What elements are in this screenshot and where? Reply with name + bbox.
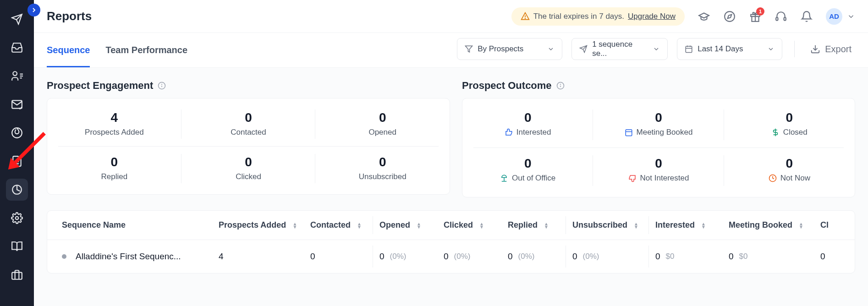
engagement-card: 4Prospects Added 0Contacted 0Opened 0Rep… bbox=[47, 98, 450, 195]
engagement-title: Prospect Engagement bbox=[47, 80, 450, 92]
support-icon[interactable] bbox=[775, 10, 787, 23]
tab-sequence[interactable]: Sequence bbox=[47, 33, 90, 67]
stat-replied: 0Replied bbox=[47, 147, 181, 191]
dollar-icon bbox=[771, 128, 780, 137]
col-opened[interactable]: Opened▲▼ bbox=[373, 220, 437, 230]
sort-icon: ▲▼ bbox=[417, 222, 421, 229]
col-prospects-added[interactable]: Prospects Added▲▼ bbox=[212, 220, 304, 230]
col-replied[interactable]: Replied▲▼ bbox=[501, 220, 566, 230]
outcome-title: Prospect Outcome bbox=[462, 80, 855, 92]
svg-rect-17 bbox=[776, 17, 778, 20]
stat-not-interested: 0Not Interested bbox=[593, 148, 724, 193]
export-button[interactable]: Export bbox=[807, 44, 855, 55]
svg-rect-20 bbox=[686, 46, 692, 53]
sort-icon: ▲▼ bbox=[634, 222, 638, 229]
stat-closed: 0Closed bbox=[724, 102, 855, 148]
nav-settings-icon[interactable] bbox=[6, 207, 28, 229]
warning-icon bbox=[521, 12, 530, 21]
stat-meeting: 0Meeting Booked bbox=[593, 102, 724, 148]
svg-point-0 bbox=[13, 71, 17, 76]
sort-icon: ▲▼ bbox=[479, 222, 484, 229]
svg-point-8 bbox=[16, 217, 19, 220]
svg-point-30 bbox=[560, 84, 560, 85]
send-icon bbox=[579, 45, 588, 53]
nav-inbox-icon[interactable] bbox=[6, 37, 28, 59]
filter-by-label: By Prospects bbox=[478, 44, 523, 54]
svg-rect-9 bbox=[12, 273, 22, 279]
sort-icon: ▲▼ bbox=[292, 222, 297, 229]
trial-text: The trial expires in 7 days. bbox=[533, 12, 624, 21]
stat-contacted: 0Contacted bbox=[181, 102, 316, 146]
avatar: AD bbox=[826, 8, 842, 25]
svg-marker-19 bbox=[466, 46, 472, 52]
svg-marker-13 bbox=[728, 14, 732, 18]
info-icon[interactable] bbox=[556, 82, 565, 90]
nav-reports-icon[interactable] bbox=[6, 179, 28, 201]
gift-icon[interactable]: 1 bbox=[749, 10, 762, 23]
tab-team-performance[interactable]: Team Performance bbox=[105, 33, 187, 67]
sort-icon: ▲▼ bbox=[701, 222, 706, 229]
filter-by-dropdown[interactable]: By Prospects bbox=[457, 38, 562, 60]
page-title: Reports bbox=[47, 9, 92, 23]
calendar-icon bbox=[625, 128, 633, 137]
chevron-down-icon bbox=[847, 12, 855, 21]
info-icon[interactable] bbox=[158, 82, 166, 90]
nav-prospects-icon[interactable] bbox=[6, 65, 28, 87]
clock-icon bbox=[769, 174, 777, 182]
filter-icon bbox=[465, 45, 473, 53]
academy-icon[interactable] bbox=[698, 10, 710, 23]
export-label: Export bbox=[825, 44, 852, 55]
filter-seq-label: 1 sequence se... bbox=[592, 40, 643, 58]
trial-banner: The trial expires in 7 days. Upgrade Now bbox=[511, 7, 685, 26]
upgrade-link[interactable]: Upgrade Now bbox=[628, 12, 676, 21]
col-unsubscribed[interactable]: Unsubscribed▲▼ bbox=[566, 220, 648, 230]
outcome-title-text: Prospect Outcome bbox=[462, 80, 552, 92]
divider bbox=[794, 41, 795, 57]
nav-email-icon[interactable] bbox=[6, 93, 28, 115]
filter-sequence-dropdown[interactable]: 1 sequence se... bbox=[571, 38, 668, 60]
bell-icon[interactable] bbox=[800, 10, 813, 23]
stat-not-now: 0Not Now bbox=[724, 148, 855, 193]
sidebar-toggle-button[interactable] bbox=[27, 4, 40, 16]
sort-icon: ▲▼ bbox=[799, 222, 803, 229]
stat-unsubscribed: 0Unsubscribed bbox=[315, 147, 450, 191]
svg-point-5 bbox=[12, 128, 22, 138]
filter-range-label: Last 14 Days bbox=[698, 44, 743, 54]
svg-point-11 bbox=[525, 18, 525, 18]
svg-rect-31 bbox=[626, 130, 632, 136]
engagement-title-text: Prospect Engagement bbox=[47, 80, 153, 92]
svg-point-27 bbox=[162, 84, 162, 85]
filter-daterange-dropdown[interactable]: Last 14 Days bbox=[677, 38, 782, 60]
stat-opened: 0Opened bbox=[315, 102, 450, 146]
thumbs-down-icon bbox=[628, 174, 637, 182]
sort-icon: ▲▼ bbox=[357, 222, 362, 229]
chevron-down-icon bbox=[653, 45, 660, 53]
compass-icon[interactable] bbox=[723, 10, 736, 23]
thumbs-up-icon bbox=[505, 128, 513, 137]
col-sequence-name[interactable]: Sequence Name bbox=[47, 220, 212, 230]
table-row[interactable]: Alladdine's First Sequenc... 4 0 0(0%) 0… bbox=[47, 240, 855, 273]
status-dot bbox=[62, 254, 66, 259]
col-contacted[interactable]: Contacted▲▼ bbox=[304, 220, 373, 230]
user-menu[interactable]: AD bbox=[826, 8, 855, 25]
nav-agency-icon[interactable] bbox=[6, 264, 28, 286]
chevron-down-icon bbox=[547, 45, 555, 53]
sort-icon: ▲▼ bbox=[544, 222, 549, 229]
sequence-table: Sequence Name Prospects Added▲▼ Contacte… bbox=[47, 210, 855, 273]
svg-rect-18 bbox=[784, 17, 786, 20]
col-clicked[interactable]: Clicked▲▼ bbox=[437, 220, 501, 230]
col-interested[interactable]: Interested▲▼ bbox=[649, 220, 722, 230]
col-meeting-booked[interactable]: Meeting Booked▲▼ bbox=[722, 220, 814, 230]
beach-icon bbox=[500, 174, 508, 182]
sequence-name-cell: Alladdine's First Sequenc... bbox=[76, 251, 181, 262]
stat-clicked: 0Clicked bbox=[181, 147, 316, 191]
download-icon bbox=[810, 44, 820, 54]
gift-badge: 1 bbox=[756, 7, 764, 16]
col-closed[interactable]: Cl bbox=[814, 220, 835, 230]
svg-point-12 bbox=[725, 11, 735, 22]
nav-campaigns-icon[interactable] bbox=[6, 8, 28, 30]
stat-prospects-added: 4Prospects Added bbox=[47, 102, 181, 146]
outcome-card: 0Interested 0Meeting Booked 0Closed 0Out… bbox=[462, 98, 855, 197]
nav-warmup-icon[interactable] bbox=[6, 122, 28, 144]
nav-docs-icon[interactable] bbox=[6, 235, 28, 257]
